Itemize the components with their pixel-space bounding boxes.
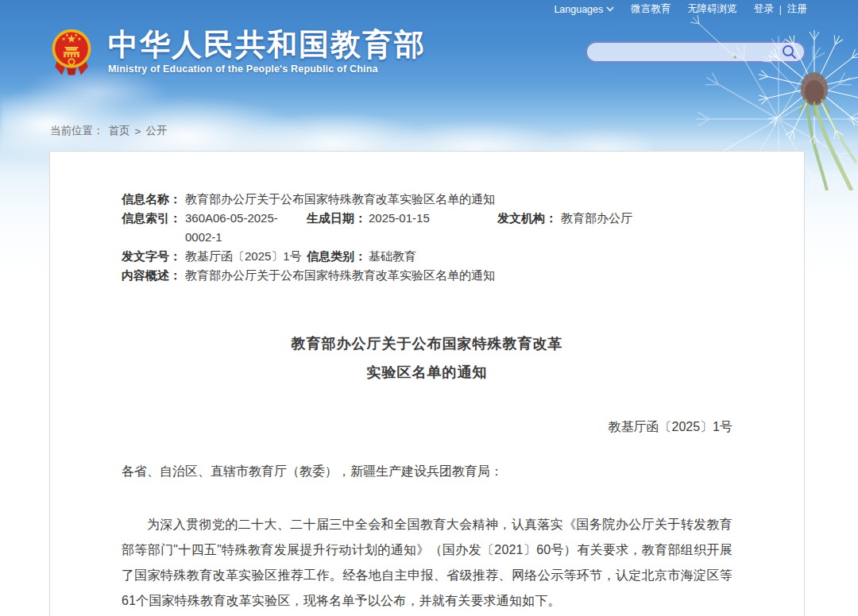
- login-link[interactable]: 登录: [754, 2, 774, 16]
- info-category-label: 信息类别：: [307, 247, 369, 266]
- document-title-line1: 教育部办公厅关于公布国家特殊教育改革: [122, 329, 732, 358]
- languages-menu[interactable]: Languages: [554, 4, 614, 15]
- info-index-value: 360A06-05-2025- 0002-1: [185, 209, 307, 247]
- search-icon: [782, 44, 797, 60]
- breadcrumb-separator: >: [135, 125, 141, 137]
- document-paragraph: 为深入贯彻党的二十大、二十届三中全会和全国教育大会精神，认真落实《国务院办公厅关…: [122, 512, 732, 614]
- info-summary-value: 教育部办公厅关于公布国家特殊教育改革实验区名单的通知: [185, 266, 732, 285]
- site-title-cn: 中华人民共和国教育部: [108, 29, 426, 60]
- document-salutation: 各省、自治区、直辖市教育厅（教委），新疆生产建设兵团教育局：: [122, 463, 732, 480]
- search-button[interactable]: [777, 43, 801, 61]
- breadcrumb-home-link[interactable]: 首页: [109, 124, 130, 138]
- info-name-value: 教育部办公厅关于公布国家特殊教育改革实验区名单的通知: [185, 190, 732, 209]
- info-date-label: 生成日期：: [307, 209, 369, 247]
- info-category-value: 基础教育: [369, 247, 732, 266]
- document-info-table: 信息名称： 教育部办公厅关于公布国家特殊教育改革实验区名单的通知 信息索引： 3…: [122, 190, 732, 285]
- info-docnum-label: 发文字号：: [122, 247, 185, 266]
- document-title-line2: 实验区名单的通知: [122, 358, 732, 387]
- breadcrumb: 当前位置： 首页 > 公开: [50, 124, 167, 138]
- languages-label: Languages: [554, 4, 603, 15]
- info-agency-value: 教育部办公厅: [561, 209, 732, 247]
- topbar: Languages 微言教育 无障碍浏览 登录 | 注册: [554, 2, 807, 16]
- chevron-down-icon: [606, 6, 614, 12]
- info-agency-label: 发文机构：: [497, 209, 561, 247]
- breadcrumb-label: 当前位置：: [50, 124, 104, 138]
- info-summary-label: 内容概述：: [122, 266, 185, 285]
- site-brand: 中华人民共和国教育部 Ministry of Education of the …: [51, 29, 426, 81]
- brand-text: 中华人民共和国教育部 Ministry of Education of the …: [108, 29, 426, 75]
- wechat-education-link[interactable]: 微言教育: [631, 2, 671, 16]
- breadcrumb-section-link[interactable]: 公开: [145, 124, 167, 138]
- national-emblem-icon: [51, 29, 92, 81]
- accessibility-link[interactable]: 无障碍浏览: [687, 2, 737, 16]
- content-card: 信息名称： 教育部办公厅关于公布国家特殊教育改革实验区名单的通知 信息索引： 3…: [49, 151, 805, 616]
- info-name-label: 信息名称：: [122, 190, 185, 209]
- info-index-label: 信息索引：: [122, 209, 185, 247]
- document-title: 教育部办公厅关于公布国家特殊教育改革 实验区名单的通知: [122, 329, 732, 387]
- login-register-divider: |: [779, 4, 782, 15]
- info-date-value: 2025-01-15: [369, 209, 497, 247]
- info-docnum-value: 教基厅函〔2025〕1号: [185, 247, 307, 266]
- document-number: 教基厅函〔2025〕1号: [122, 418, 732, 436]
- search-input[interactable]: [587, 44, 777, 60]
- search-bar: [586, 41, 806, 63]
- register-link[interactable]: 注册: [787, 2, 807, 16]
- site-title-en: Ministry of Education of the People's Re…: [108, 64, 426, 75]
